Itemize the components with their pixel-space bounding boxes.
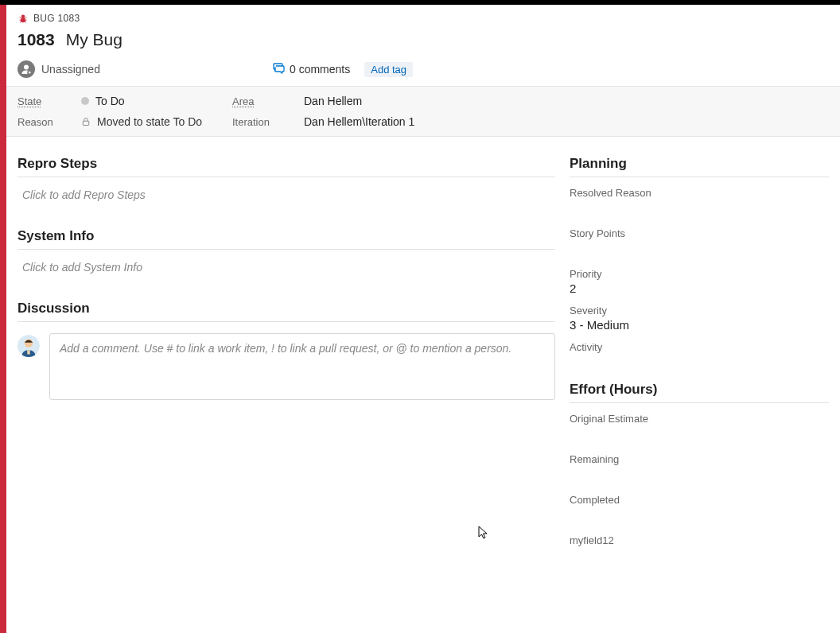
svg-rect-7 [27,350,30,354]
comments-link[interactable]: 0 comments [272,62,350,77]
comments-icon [272,62,285,77]
bug-icon [18,13,29,24]
remaining-field[interactable]: Remaining [570,453,829,465]
area-picker[interactable]: Dan Hellem [304,95,829,107]
reason-label: Reason [18,116,73,128]
custom-field-label: myfield12 [570,534,829,546]
custom-field[interactable]: myfield12 [570,534,829,546]
system-info-input[interactable]: Click to add System Info [18,250,555,296]
unassigned-avatar-icon [18,60,35,78]
system-info-header[interactable]: System Info [18,223,555,250]
comments-count: 0 comments [290,63,350,76]
completed-label: Completed [570,494,829,506]
title-row: 1083 My Bug [6,27,840,57]
assignee-label: Unassigned [41,63,100,76]
work-item-title[interactable]: My Bug [66,30,122,49]
state-label: State [18,95,73,107]
comment-input[interactable]: Add a comment. Use # to link a work item… [49,333,555,400]
resolved-reason-field[interactable]: Resolved Reason [570,187,829,199]
story-points-label: Story Points [570,227,829,239]
state-dot-icon [81,97,89,105]
add-tag-button[interactable]: Add tag [364,62,413,77]
original-estimate-label: Original Estimate [570,413,829,425]
state-picker[interactable]: To Do [81,95,224,107]
priority-field[interactable]: Priority 2 [570,268,829,295]
assignee-picker[interactable]: Unassigned [18,60,272,78]
severity-value: 3 - Medium [570,318,829,332]
area-label: Area [232,95,296,107]
planning-header[interactable]: Planning [570,151,829,177]
lock-icon [81,117,91,126]
discussion-header[interactable]: Discussion [18,296,555,322]
reason-picker[interactable]: Moved to state To Do [81,115,224,128]
state-value: To Do [95,95,125,107]
priority-label: Priority [570,268,829,280]
work-item-type-stripe [0,5,6,633]
resolved-reason-label: Resolved Reason [570,187,829,199]
repro-steps-input[interactable]: Click to add Repro Steps [18,177,555,223]
priority-value: 2 [570,282,829,295]
story-points-field[interactable]: Story Points [570,227,829,239]
repro-steps-header[interactable]: Repro Steps [18,151,555,177]
user-avatar [18,335,40,357]
work-item-type-label: BUG 1083 [33,13,80,24]
severity-field[interactable]: Severity 3 - Medium [570,305,829,332]
work-item-id: 1083 [18,30,55,49]
iteration-picker[interactable]: Dan Hellem\Iteration 1 [304,115,829,128]
svg-rect-4 [83,121,89,125]
activity-field[interactable]: Activity [570,341,829,353]
svg-point-2 [24,65,29,70]
activity-label: Activity [570,341,829,353]
severity-label: Severity [570,305,829,316]
effort-header[interactable]: Effort (Hours) [570,377,829,403]
completed-field[interactable]: Completed [570,494,829,506]
iteration-label: Iteration [232,116,296,128]
original-estimate-field[interactable]: Original Estimate [570,413,829,425]
reason-value: Moved to state To Do [97,115,202,128]
remaining-label: Remaining [570,453,829,465]
